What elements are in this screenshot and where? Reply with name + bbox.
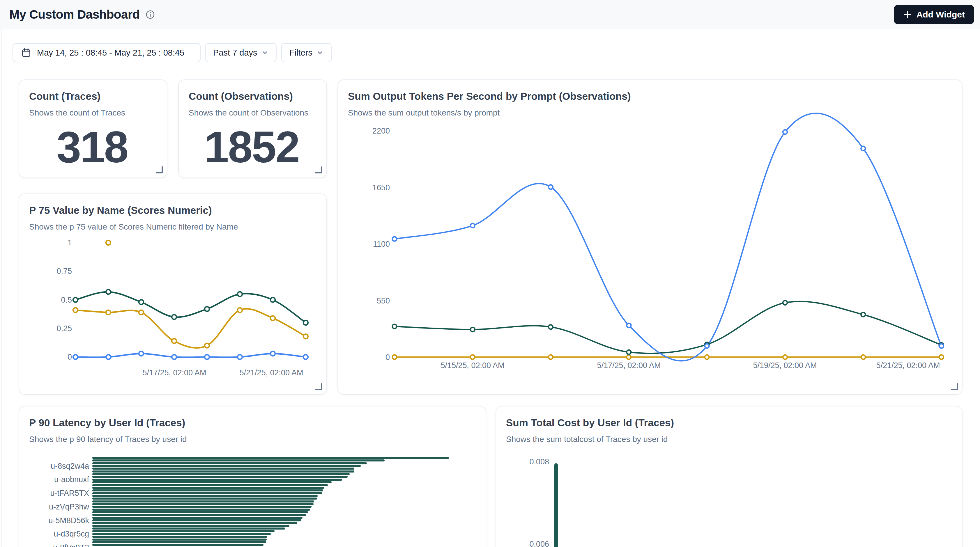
cost-bar-chart[interactable]: 0.0080.006 — [496, 406, 963, 547]
svg-text:1100: 1100 — [373, 240, 390, 249]
date-preset-label: Past 7 days — [213, 48, 258, 58]
card-subtitle: Shows the count of Traces — [29, 108, 155, 118]
latency-bar[interactable] — [92, 457, 449, 459]
chevron-down-icon — [261, 49, 269, 56]
filters-label: Filters — [290, 48, 312, 58]
user-id-label: u-5M8D56k — [19, 516, 89, 525]
latency-bar[interactable] — [92, 465, 361, 467]
latency-bar[interactable] — [92, 544, 264, 546]
y-axis-tick-label: 0.006 — [496, 539, 549, 547]
svg-text:5/21/25, 02:00 AM: 5/21/25, 02:00 AM — [239, 368, 303, 377]
svg-text:5/15/25, 02:00 AM: 5/15/25, 02:00 AM — [441, 361, 504, 370]
latency-bar[interactable] — [92, 533, 271, 535]
latency-bar[interactable] — [92, 511, 308, 513]
latency-bar[interactable] — [92, 501, 314, 503]
latency-bar[interactable] — [92, 528, 285, 530]
card-subtitle: Shows the count of Observations — [189, 108, 315, 118]
add-widget-label: Add Widget — [916, 10, 965, 19]
card-title: Count (Observations) — [189, 90, 315, 102]
latency-bar[interactable] — [92, 539, 267, 541]
card-title: Count (Traces) — [29, 90, 155, 102]
user-id-label: u-8sq2w4a — [19, 461, 89, 471]
svg-text:0: 0 — [385, 353, 390, 361]
latency-bar[interactable] — [92, 473, 350, 475]
chevron-down-icon — [317, 49, 323, 56]
latency-bar[interactable] — [92, 506, 312, 508]
y-axis-tick-label: 0.008 — [496, 457, 549, 466]
latency-bar[interactable] — [92, 479, 342, 480]
svg-text:2200: 2200 — [372, 127, 390, 135]
svg-text:1: 1 — [68, 238, 72, 247]
user-id-label: u-tFAR5TX — [19, 488, 89, 498]
resize-handle[interactable] — [951, 383, 958, 390]
card-count-traces: Count (Traces) Shows the count of Traces… — [19, 79, 167, 178]
add-widget-button[interactable]: Add Widget — [894, 5, 974, 24]
latency-bar[interactable] — [92, 525, 290, 527]
svg-text:0.75: 0.75 — [56, 267, 72, 276]
latency-bar[interactable] — [92, 460, 385, 461]
content-left-border — [2, 0, 2, 547]
tokens-line-chart[interactable]: 22001650110055005/15/25, 02:00 AM5/17/25… — [338, 80, 963, 396]
latency-bar[interactable] — [92, 530, 275, 532]
latency-bar[interactable] — [92, 509, 310, 511]
latency-bar[interactable] — [92, 492, 322, 494]
svg-text:0.5: 0.5 — [61, 296, 72, 304]
filters-button[interactable]: Filters — [281, 43, 332, 62]
svg-text:1650: 1650 — [372, 183, 390, 192]
p90-bar-chart[interactable]: u-8sq2w4au-aobnuxfu-tFAR5TXu-zVqP3hwu-5M… — [19, 406, 486, 547]
card-tokens-by-prompt: Sum Output Tokens Per Second by Prompt (… — [337, 79, 963, 395]
latency-bar[interactable] — [92, 514, 306, 516]
svg-text:5/17/25, 02:00 AM: 5/17/25, 02:00 AM — [142, 368, 206, 377]
page-title: My Custom Dashboard — [9, 8, 140, 22]
metric-value: 1852 — [189, 125, 315, 169]
latency-bar[interactable] — [92, 476, 348, 478]
user-id-label: u-d3qr5cg — [19, 529, 89, 539]
dashboard-page: My Custom Dashboard Add Widget — [0, 0, 980, 547]
resize-handle[interactable] — [156, 166, 163, 173]
metric-value: 318 — [29, 125, 155, 169]
card-p90-latency: P 90 Latency by User Id (Traces) Shows t… — [19, 406, 486, 547]
svg-text:5/17/25, 02:00 AM: 5/17/25, 02:00 AM — [597, 361, 660, 370]
latency-bar[interactable] — [92, 484, 328, 486]
latency-bar[interactable] — [92, 487, 324, 489]
latency-bar[interactable] — [92, 498, 317, 499]
card-p75-by-name: P 75 Value by Name (Scores Numeric) Show… — [19, 193, 327, 395]
card-count-observations: Count (Observations) Shows the count of … — [178, 79, 327, 178]
user-id-label: u-aobnuxf — [19, 475, 89, 484]
latency-bar[interactable] — [92, 495, 318, 497]
date-range-button[interactable]: May 14, 25 : 08:45 - May 21, 25 : 08:45 — [13, 43, 200, 62]
svg-text:550: 550 — [377, 296, 390, 305]
user-id-label: u-zVqP3hw — [19, 502, 89, 512]
app-header: My Custom Dashboard Add Widget — [0, 0, 980, 29]
cost-bar[interactable] — [554, 463, 558, 547]
latency-bar[interactable] — [92, 471, 354, 472]
svg-text:0.25: 0.25 — [56, 324, 72, 333]
latency-bar[interactable] — [92, 541, 266, 543]
date-range-label: May 14, 25 : 08:45 - May 21, 25 : 08:45 — [37, 48, 184, 58]
plus-icon — [903, 10, 912, 19]
latency-bar[interactable] — [92, 462, 367, 465]
card-total-cost: Sum Total Cost by User Id (Traces) Shows… — [496, 406, 963, 547]
resize-handle[interactable] — [315, 166, 322, 173]
calendar-icon — [21, 48, 31, 58]
user-id-label: u-8fVa9T3 — [19, 543, 89, 547]
date-preset-button[interactable]: Past 7 days — [205, 43, 277, 62]
latency-bar[interactable] — [92, 519, 301, 522]
info-icon[interactable] — [146, 10, 155, 19]
latency-bar[interactable] — [92, 503, 313, 505]
svg-text:5/19/25, 02:00 AM: 5/19/25, 02:00 AM — [753, 361, 817, 370]
latency-bar[interactable] — [92, 536, 267, 538]
resize-handle[interactable] — [315, 383, 322, 390]
p75-line-chart[interactable]: 10.750.50.2505/17/25, 02:00 AM5/21/25, 0… — [19, 194, 328, 396]
latency-bar[interactable] — [92, 489, 323, 492]
svg-text:0: 0 — [68, 353, 72, 361]
latency-bar[interactable] — [92, 468, 354, 469]
latency-bar[interactable] — [92, 481, 332, 483]
svg-text:5/21/25, 02:00 AM: 5/21/25, 02:00 AM — [876, 361, 940, 370]
latency-bar[interactable] — [92, 522, 297, 524]
latency-bar[interactable] — [92, 517, 302, 519]
